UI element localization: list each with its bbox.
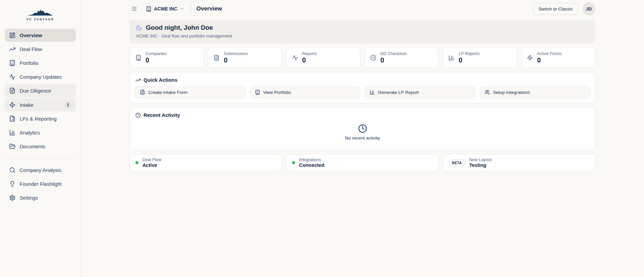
activity-icon <box>9 74 16 80</box>
empty-activity-message: No recent activity <box>345 135 380 141</box>
greeting-title: Good night, John Doe <box>146 24 213 31</box>
trending-up-icon <box>135 77 141 83</box>
sidebar-item-lps-reporting[interactable]: LPs & Reporting <box>5 112 76 125</box>
sidebar-item-due-diligence[interactable]: Due Diligence <box>5 84 76 97</box>
sidebar-divider <box>6 158 74 158</box>
stats-row: Companies 0 Submissions 0 Reports 0 <box>130 47 595 68</box>
bar-chart-icon <box>370 90 375 95</box>
sidebar-item-deal-flow[interactable]: Deal Flow <box>5 43 76 56</box>
clock-icon <box>135 112 141 118</box>
header-divider <box>191 5 192 12</box>
sidebar-item-portfolio[interactable]: Portfolio <box>5 56 76 70</box>
sidebar-item-label: Founder Flashlight <box>20 181 62 187</box>
sidebar-item-company-analysis[interactable]: Company Analysis <box>5 163 76 177</box>
stat-label: DD Checklists <box>380 51 407 56</box>
quick-action-label: Setup Integrations <box>493 90 530 95</box>
stat-value: 0 <box>459 56 480 64</box>
sidebar-item-label: Due Diligence <box>20 88 51 94</box>
status-label: Integrations <box>299 157 325 162</box>
greeting-subtitle: ACME INC · Deal flow and portfolio manag… <box>136 33 589 39</box>
moon-icon <box>136 25 142 31</box>
status-value: Testing <box>469 162 491 168</box>
intake-count-badge: 1 <box>65 101 71 108</box>
quick-action-label: Create Intake Form <box>148 90 187 95</box>
sidebar-item-documents[interactable]: Documents <box>5 140 76 153</box>
sidebar-item-label: Overview <box>20 32 42 38</box>
clock-icon <box>358 124 367 133</box>
stat-value: 0 <box>146 56 167 64</box>
stat-value: 0 <box>380 56 407 64</box>
stat-value: 0 <box>302 56 317 64</box>
sidebar-item-company-updates[interactable]: Company Updates <box>5 70 76 83</box>
activity-icon <box>292 55 298 61</box>
create-intake-form-button[interactable]: Create Intake Form <box>135 86 246 98</box>
building-icon <box>255 90 260 95</box>
sidebar-item-label: Portfolio <box>20 60 38 66</box>
green-status-dot <box>135 161 138 164</box>
sidebar-item-founder-flashlight[interactable]: Founder Flashlight <box>5 177 76 191</box>
bar-chart-icon <box>448 55 454 61</box>
grid-icon <box>9 32 16 39</box>
stat-card-lp-reports: LP Reports 0 <box>443 47 517 68</box>
status-value: Connected <box>299 162 325 168</box>
stat-label: Submissions <box>224 51 248 56</box>
user-avatar[interactable]: JD <box>582 2 595 15</box>
green-status-dot <box>292 161 295 164</box>
stat-card-companies: Companies 0 <box>130 47 204 68</box>
stat-label: Companies <box>146 51 167 56</box>
mountain-logo-icon <box>24 7 57 17</box>
sidebar-item-label: Company Updates <box>20 74 62 80</box>
greeting-banner: Good night, John Doe ACME INC · Deal flo… <box>130 20 595 44</box>
stat-label: Active Forms <box>537 51 562 56</box>
stat-card-dd-checklists: DD Checklists 0 <box>364 47 439 68</box>
sidebar-item-intake[interactable]: Intake 1 <box>5 98 76 111</box>
sidebar-item-label: Company Analysis <box>20 167 61 173</box>
building-icon <box>9 60 16 66</box>
quick-actions-title: Quick Actions <box>143 77 177 83</box>
org-switcher[interactable]: ACME INC <box>144 5 186 13</box>
main-area: ACME INC Overview Switch to Classic JD G… <box>81 0 644 277</box>
stat-card-reports: Reports 0 <box>286 47 360 68</box>
file-text-icon <box>9 87 16 94</box>
sidebar: VC VANTAGE Overview Deal Flow Portfolio … <box>0 0 81 277</box>
quick-action-label: Generate LP Report <box>378 90 419 95</box>
recent-activity-title: Recent Activity <box>143 112 180 118</box>
status-card-deal-flow: Deal Flow Active <box>130 154 282 171</box>
file-chart-icon <box>9 116 16 122</box>
zap-icon <box>527 55 533 61</box>
switch-to-classic-button[interactable]: Switch to Classic <box>533 3 578 15</box>
status-card-new-layout: BETA New Layout Testing <box>443 154 595 171</box>
content: Good night, John Doe ACME INC · Deal flo… <box>130 20 595 171</box>
generate-lp-report-button[interactable]: Generate LP Report <box>364 86 475 98</box>
setup-integrations-button[interactable]: Setup Integrations <box>480 86 591 98</box>
sidebar-item-label: LPs & Reporting <box>20 116 57 122</box>
zap-icon <box>9 102 16 108</box>
sidebar-item-label: Documents <box>20 144 45 149</box>
recent-activity-panel: Recent Activity No recent activity <box>130 107 595 150</box>
sidebar-item-analytics[interactable]: Analytics <box>5 126 76 139</box>
search-icon <box>9 167 16 173</box>
empty-activity-state: No recent activity <box>135 121 590 145</box>
file-text-icon <box>140 90 145 95</box>
top-bar: ACME INC Overview Switch to Classic JD <box>81 0 644 18</box>
beta-badge: BETA <box>448 159 465 166</box>
sidebar-toggle-button[interactable] <box>130 4 139 14</box>
sidebar-item-overview[interactable]: Overview <box>5 29 76 42</box>
trending-up-icon <box>9 46 16 52</box>
sidebar-item-label: Intake <box>20 102 34 108</box>
file-text-icon <box>214 55 220 61</box>
brand-name: VC VANTAGE <box>26 18 54 21</box>
page-title: Overview <box>196 5 222 12</box>
building-icon <box>135 55 141 61</box>
org-name: ACME INC <box>154 6 177 11</box>
stat-value: 0 <box>224 56 248 64</box>
building-icon <box>146 6 152 12</box>
view-portfolio-button[interactable]: View Portfolio <box>250 86 361 98</box>
stat-card-submissions: Submissions 0 <box>208 47 282 68</box>
folder-open-icon <box>9 143 16 150</box>
status-value: Active <box>142 162 161 168</box>
status-card-integrations: Integrations Connected <box>286 154 439 171</box>
users-icon <box>485 90 490 95</box>
sidebar-item-settings[interactable]: Settings <box>5 191 76 204</box>
lightbulb-icon <box>9 181 16 187</box>
